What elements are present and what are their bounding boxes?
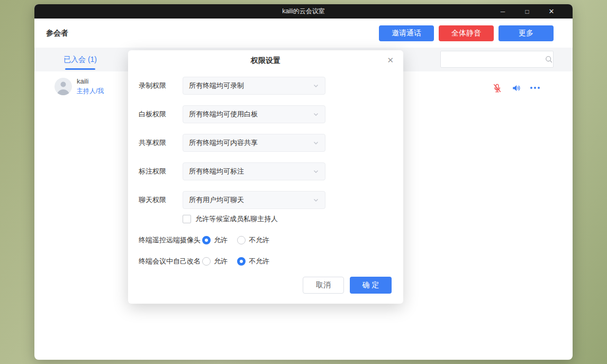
more-options-icon[interactable] [529,82,541,94]
tab-joined[interactable]: 已入会 (1) [64,48,97,71]
row-label: 白板权限 [139,110,183,119]
row-label: 共享权限 [139,138,183,148]
radio-unselected-icon [237,236,246,244]
camera-control-allow-radio[interactable]: 允许 [202,235,228,245]
participant-role: 主持人/我 [77,87,104,96]
cancel-button[interactable]: 取消 [303,277,344,294]
row-label: 录制权限 [139,81,183,90]
chevron-down-icon [313,83,319,89]
chevron-down-icon [313,111,319,117]
microphone-muted-icon[interactable] [491,82,503,94]
recording-permission-select[interactable]: 所有终端均可录制 [183,77,325,95]
whiteboard-permission-row: 白板权限 所有终端均可使用白板 [139,105,393,123]
radio-selected-icon [202,236,211,244]
radio-label: 允许 [214,257,228,266]
annotation-permission-row: 标注权限 所有终端均可标注 [139,162,393,180]
row-label: 终端遥控远端摄像头 [139,235,202,245]
confirm-button[interactable]: 确 定 [350,277,392,294]
speaker-icon[interactable] [510,82,522,94]
rename-deny-radio[interactable]: 不允许 [237,257,269,266]
window-controls: ─ □ ✕ [491,4,564,19]
selected-value: 所有终端均可使用白板 [189,110,258,119]
radio-label: 不允许 [249,257,269,266]
recording-permission-row: 录制权限 所有终端均可录制 [139,77,393,95]
rename-allow-radio[interactable]: 允许 [202,257,228,266]
close-window-button[interactable]: ✕ [539,4,564,19]
dialog-title: 权限设置 [128,56,403,66]
camera-remote-control-row: 终端遥控远端摄像头 允许 不允许 [139,235,279,245]
selected-value: 所有终端均可内容共享 [189,138,258,148]
maximize-button[interactable]: □ [515,4,539,19]
window-title: kaili的云会议室 [282,7,325,16]
selected-value: 所有终端均可标注 [189,167,244,176]
permission-settings-dialog: 权限设置 ✕ 录制权限 所有终端均可录制 白板权限 所有终端均可使用白板 共享权… [128,50,403,304]
selected-value: 所有终端均可录制 [189,81,244,90]
participant-actions [491,82,541,94]
radio-selected-icon [237,257,246,266]
checkbox-unchecked-icon [183,215,191,223]
minimize-button[interactable]: ─ [491,4,515,19]
window-titlebar: kaili的云会议室 ─ □ ✕ [34,4,573,19]
chevron-down-icon [313,140,319,146]
annotation-permission-select[interactable]: 所有终端均可标注 [183,162,325,180]
mute-all-button[interactable]: 全体静音 [439,25,494,41]
chevron-down-icon [313,168,319,175]
page-title: 参会者 [46,29,68,38]
radio-unselected-icon [202,257,211,266]
chevron-down-icon [313,197,319,203]
dialog-close-icon[interactable]: ✕ [387,56,394,65]
avatar [55,78,72,95]
sharing-permission-select[interactable]: 所有终端均可内容共享 [183,134,325,152]
self-rename-row: 终端会议中自己改名 允许 不允许 [139,257,279,266]
header-buttons: 邀请通话 全体静音 更多 [379,25,554,41]
search-box[interactable] [440,51,554,68]
row-label: 聊天权限 [139,195,183,205]
chat-permission-select[interactable]: 所有用户均可聊天 [183,191,325,209]
sharing-permission-row: 共享权限 所有终端均可内容共享 [139,134,393,152]
participant-name: kaili [77,77,88,85]
checkbox-label: 允许等候室成员私聊主持人 [195,214,278,224]
participants-header: 参会者 邀请通话 全体静音 更多 [34,19,573,48]
chat-permission-row: 聊天权限 所有用户均可聊天 [139,191,393,209]
row-label: 标注权限 [139,167,183,176]
search-icon [545,55,553,63]
waiting-room-private-chat-checkbox[interactable]: 允许等候室成员私聊主持人 [183,215,278,223]
row-label: 终端会议中自己改名 [139,257,202,266]
radio-label: 不允许 [249,235,269,245]
camera-control-deny-radio[interactable]: 不允许 [237,235,269,245]
selected-value: 所有用户均可聊天 [189,195,244,205]
search-input[interactable] [441,51,545,67]
radio-label: 允许 [214,235,228,245]
more-button[interactable]: 更多 [499,25,554,41]
invite-call-button[interactable]: 邀请通话 [379,25,434,41]
whiteboard-permission-select[interactable]: 所有终端均可使用白板 [183,105,325,123]
